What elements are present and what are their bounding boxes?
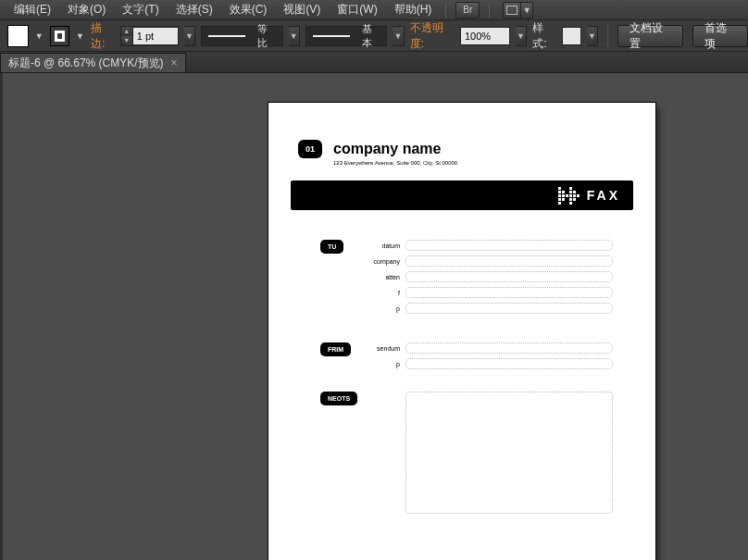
doc-field-row: company <box>361 255 613 267</box>
style-dropdown[interactable]: ▼ <box>587 26 598 46</box>
layout-icon <box>503 2 521 19</box>
doc-field-row: p <box>361 358 613 369</box>
doc-company-name: company name <box>333 141 441 157</box>
opacity-dropdown[interactable]: ▼ <box>516 26 527 46</box>
canvas[interactable]: 01 company name 123 Everywhere Avenue, S… <box>0 73 748 560</box>
doc-field-label: company <box>361 258 405 265</box>
menu-select[interactable]: 选择(S) <box>168 0 221 20</box>
control-bar: ▼ ▼ 描边: ▲ ▼ ▼ 等比 ▼ 基本 ▼ 不透明度: ▼ 样式: ▼ 文档… <box>0 20 748 52</box>
document-setup-button[interactable]: 文档设置 <box>617 25 683 47</box>
stroke-profile-dropdown[interactable]: ▼ <box>289 26 300 46</box>
stroke-profile-label: 等比 <box>252 22 281 50</box>
doc-field-label: atten <box>361 274 405 280</box>
divider <box>445 3 446 18</box>
doc-field-box <box>405 287 613 298</box>
artboard[interactable]: 01 company name 123 Everywhere Avenue, S… <box>268 103 655 560</box>
stroke-swatch[interactable] <box>50 26 69 46</box>
doc-pill-tu: TU <box>320 240 343 254</box>
opacity-label: 不透明度: <box>410 20 455 52</box>
close-icon[interactable]: × <box>171 56 178 69</box>
doc-field-row: p <box>361 303 613 314</box>
bridge-button[interactable]: Br <box>455 2 480 19</box>
tab-bar: 标题-6 @ 66.67% (CMYK/预览) × <box>0 52 748 73</box>
stepper-down-icon[interactable]: ▼ <box>121 36 132 45</box>
doc-pill-neots: NEOTS <box>320 392 357 405</box>
layout-button[interactable]: ▼ <box>503 2 533 19</box>
preferences-button[interactable]: 首选项 <box>692 25 748 47</box>
doc-address: 123 Everywhere Avenue, Suite 000, City, … <box>333 160 457 166</box>
doc-field-row: f <box>361 287 613 298</box>
doc-field-label: sendum <box>361 345 405 352</box>
style-swatch[interactable] <box>562 27 581 45</box>
opacity-input[interactable] <box>460 27 510 45</box>
divider <box>489 3 490 18</box>
fill-swatch-dropdown[interactable]: ▼ <box>34 26 44 46</box>
document-tab-title: 标题-6 @ 66.67% (CMYK/预览) <box>8 56 164 71</box>
doc-field-label: p <box>361 305 405 312</box>
fill-swatch[interactable] <box>7 25 29 47</box>
doc-header: 01 company name 123 Everywhere Avenue, S… <box>298 140 441 158</box>
doc-field-box <box>405 255 613 267</box>
brush-profile-preview <box>306 27 356 45</box>
doc-header-number: 01 <box>298 140 322 158</box>
menu-view[interactable]: 视图(V) <box>275 0 329 20</box>
doc-field-box <box>405 240 613 251</box>
arrow-icon <box>558 187 580 205</box>
brush-profile-dropdown[interactable]: ▼ <box>393 26 404 46</box>
menu-text[interactable]: 文字(T) <box>114 0 167 20</box>
doc-field-label: f <box>361 290 405 296</box>
brush-profile[interactable]: 基本 <box>305 26 388 46</box>
doc-pill-frim: FRIM <box>320 342 351 356</box>
doc-field-row: sendum <box>361 342 613 354</box>
stroke-profile[interactable]: 等比 <box>201 26 283 46</box>
stroke-stepper[interactable]: ▲ ▼ <box>121 27 133 45</box>
doc-field-row: atten <box>361 271 613 282</box>
menu-bar: 编辑(E) 对象(O) 文字(T) 选择(S) 效果(C) 视图(V) 窗口(W… <box>0 0 748 20</box>
divider <box>607 25 608 47</box>
doc-field-box <box>405 358 613 369</box>
brush-profile-label: 基本 <box>356 22 386 50</box>
stepper-up-icon[interactable]: ▲ <box>121 27 132 36</box>
doc-field-box <box>405 271 613 282</box>
stroke-input[interactable]: ▲ ▼ <box>120 26 179 46</box>
doc-fax-label: FAX <box>587 188 620 203</box>
menu-window[interactable]: 窗口(W) <box>329 0 385 20</box>
doc-field-label: datum <box>361 243 405 249</box>
stroke-value-dropdown[interactable]: ▼ <box>184 26 195 46</box>
opacity-field[interactable] <box>460 27 510 45</box>
menu-help[interactable]: 帮助(H) <box>386 0 441 20</box>
canvas-edge <box>0 73 3 560</box>
menu-effect[interactable]: 效果(C) <box>221 0 276 20</box>
stroke-value-field[interactable] <box>133 28 178 44</box>
stroke-swatch-dropdown[interactable]: ▼ <box>75 26 85 46</box>
menu-edit[interactable]: 编辑(E) <box>6 0 59 20</box>
doc-field-box <box>405 303 613 314</box>
chevron-down-icon[interactable]: ▼ <box>521 2 533 19</box>
doc-notes-box <box>405 392 613 514</box>
doc-field-row: datum <box>361 240 613 251</box>
doc-title-bar: FAX <box>291 180 633 210</box>
menu-object[interactable]: 对象(O) <box>59 0 114 20</box>
stroke-profile-preview <box>202 27 252 45</box>
doc-field-label: p <box>361 361 405 367</box>
stroke-label: 描边: <box>91 20 115 52</box>
style-label: 样式: <box>532 20 556 52</box>
document-tab[interactable]: 标题-6 @ 66.67% (CMYK/预览) × <box>0 53 186 72</box>
doc-field-box <box>405 342 613 354</box>
